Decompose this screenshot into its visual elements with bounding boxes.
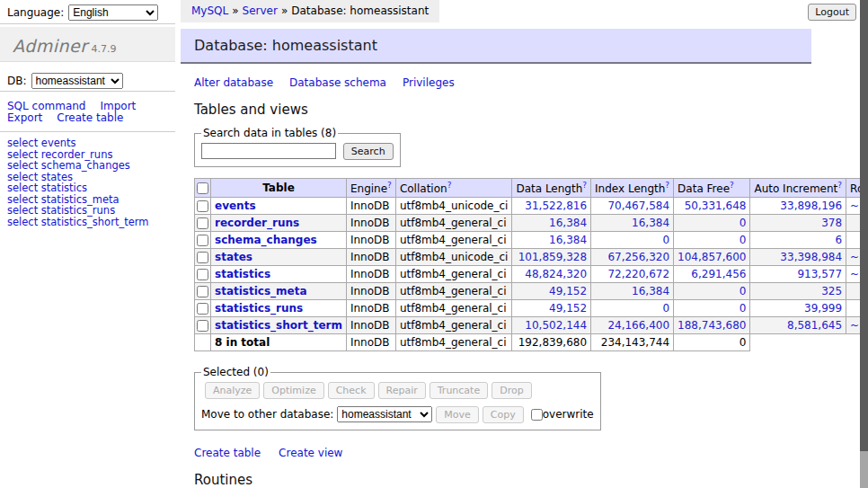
search-button[interactable]: Search xyxy=(343,143,394,160)
select-all-checkbox[interactable] xyxy=(197,182,208,194)
table-link[interactable]: statistics_short_term xyxy=(215,319,342,332)
repair-button[interactable]: Repair xyxy=(378,382,426,399)
language-row: Language:English xyxy=(0,0,175,24)
row-checkbox[interactable] xyxy=(197,252,208,263)
search-input[interactable] xyxy=(201,143,336,159)
create-table-link[interactable]: Create table xyxy=(194,447,261,459)
collation-cell: utf8mb4_general_ci xyxy=(395,232,512,249)
privileges-link[interactable]: Privileges xyxy=(403,76,455,89)
sidebar-item-select-events[interactable]: select events xyxy=(7,138,175,149)
copy-button[interactable]: Copy xyxy=(483,406,524,423)
vertical-scrollbar-track[interactable] xyxy=(860,0,868,488)
database-links: Alter databaseDatabase schemaPrivileges xyxy=(194,76,798,89)
optimize-button[interactable]: Optimize xyxy=(263,382,323,399)
table-row: statesInnoDButf8mb4_unicode_ci101,859,32… xyxy=(195,249,868,266)
alter-database-link[interactable]: Alter database xyxy=(194,76,273,89)
row-checkbox[interactable] xyxy=(197,286,208,297)
language-select[interactable]: English xyxy=(68,4,158,21)
auto-increment-cell: 8,581,645 xyxy=(750,317,846,334)
help-link[interactable]: ? xyxy=(837,181,842,190)
table-row: eventsInnoDButf8mb4_unicode_ci31,522,816… xyxy=(195,198,868,215)
table-link[interactable]: recorder_runs xyxy=(215,217,299,229)
row-checkbox[interactable] xyxy=(197,303,208,315)
table-link[interactable]: statistics_runs xyxy=(215,302,303,315)
sidebar-link-create-table[interactable]: Create table xyxy=(57,111,123,124)
check-button[interactable]: Check xyxy=(328,382,375,399)
sidebar-actions: SQL commandImport ExportCreate table xyxy=(0,93,175,132)
row-checkbox[interactable] xyxy=(197,235,208,246)
data-free-cell: 188,743,680 xyxy=(674,317,750,334)
table-row: statistics_metaInnoDButf8mb4_general_ci4… xyxy=(195,283,868,300)
row-checkbox[interactable] xyxy=(197,200,208,212)
sidebar-link-export[interactable]: Export xyxy=(7,111,42,124)
sidebar-item-select-schema-changes[interactable]: select schema_changes xyxy=(7,160,175,172)
create-view-link[interactable]: Create view xyxy=(279,447,342,459)
help-link[interactable]: ? xyxy=(665,181,669,190)
help-icon: ? xyxy=(582,181,587,190)
table-link[interactable]: events xyxy=(215,200,256,212)
help-link[interactable]: ? xyxy=(582,181,587,190)
breadcrumb-mysql-link[interactable]: MySQL xyxy=(191,4,228,17)
move-label: Move to other database: xyxy=(201,408,333,421)
auto-increment-cell: 913,577 xyxy=(750,266,846,283)
column-header-label: Index Length xyxy=(595,182,665,195)
auto-increment-cell: 378 xyxy=(750,215,846,232)
row-checkbox-cell xyxy=(195,198,211,215)
sidebar-item-select-statistics[interactable]: select statistics xyxy=(7,182,175,194)
drop-button[interactable]: Drop xyxy=(492,382,531,399)
auto-increment-cell: 6 xyxy=(750,232,846,249)
column-header-label: Engine xyxy=(350,182,387,195)
row-checkbox[interactable] xyxy=(197,320,208,332)
logout-button[interactable]: Logout xyxy=(808,4,856,21)
row-checkbox[interactable] xyxy=(197,217,208,229)
data-length-cell: 16,384 xyxy=(512,215,591,232)
auto-increment-cell: 39,999 xyxy=(750,300,846,317)
sidebar-item-select-statistics-short-term[interactable]: select statistics_short_term xyxy=(7,217,175,228)
page-title: Database: homeassistant xyxy=(181,29,811,64)
collation-cell: utf8mb4_unicode_ci xyxy=(395,198,512,215)
overwrite-checkbox[interactable] xyxy=(531,409,543,421)
help-icon: ? xyxy=(447,181,452,190)
table-link[interactable]: states xyxy=(215,251,252,263)
db-select[interactable]: homeassistant xyxy=(31,73,123,89)
table-row: statisticsInnoDButf8mb4_general_ci48,824… xyxy=(195,266,868,283)
data-length-cell: 49,152 xyxy=(512,283,591,300)
sidebar-item-select-statistics-runs[interactable]: select statistics_runs xyxy=(7,205,175,217)
data-free-cell: 104,857,600 xyxy=(674,249,750,266)
table-row: statistics_short_termInnoDButf8mb4_gener… xyxy=(195,317,868,334)
total-data-length-cell: 192,839,680 xyxy=(512,334,591,351)
help-link[interactable]: ? xyxy=(730,181,734,190)
data-free-cell: 0 xyxy=(674,283,750,300)
move-database-select[interactable]: homeassistant xyxy=(337,406,432,422)
table-link[interactable]: statistics_meta xyxy=(215,285,307,297)
collation-cell: utf8mb4_general_ci xyxy=(395,300,512,317)
table-link[interactable]: schema_changes xyxy=(215,234,317,246)
sidebar-link-sql-command[interactable]: SQL command xyxy=(7,100,85,112)
table-link[interactable]: statistics xyxy=(215,268,270,280)
table-name-cell: statistics xyxy=(211,266,347,283)
column-header-label: Data Length xyxy=(516,182,582,195)
total-row: 8 in totalInnoDButf8mb4_general_ci192,83… xyxy=(195,334,868,351)
vertical-scrollbar-thumb[interactable] xyxy=(860,0,868,451)
data-free-cell: 0 xyxy=(674,232,750,249)
selected-actions-row: AnalyzeOptimizeCheckRepairTruncateDrop xyxy=(201,382,594,399)
auto-increment-cell: 33,898,196 xyxy=(750,198,846,215)
collation-cell: utf8mb4_general_ci xyxy=(395,215,512,232)
breadcrumb-server-link[interactable]: Server xyxy=(243,4,278,17)
move-button[interactable]: Move xyxy=(436,406,479,423)
analyze-button[interactable]: Analyze xyxy=(205,382,260,399)
truncate-button[interactable]: Truncate xyxy=(430,382,488,399)
data-length-cell: 49,152 xyxy=(512,300,591,317)
index-length-cell: 67,256,320 xyxy=(591,249,674,266)
breadcrumb-separator: » xyxy=(232,4,238,17)
language-label: Language: xyxy=(7,6,64,19)
breadcrumb: MySQL»Server»Database: homeassistant xyxy=(181,0,439,22)
index-length-cell: 16,384 xyxy=(591,215,674,232)
database-schema-link[interactable]: Database schema xyxy=(289,76,386,89)
help-link[interactable]: ? xyxy=(447,181,452,190)
row-checkbox-cell xyxy=(195,266,211,283)
move-row: Move to other database:homeassistantMove… xyxy=(201,406,594,423)
row-checkbox[interactable] xyxy=(197,269,208,280)
help-link[interactable]: ? xyxy=(387,181,392,190)
sidebar-link-import[interactable]: Import xyxy=(100,100,136,112)
